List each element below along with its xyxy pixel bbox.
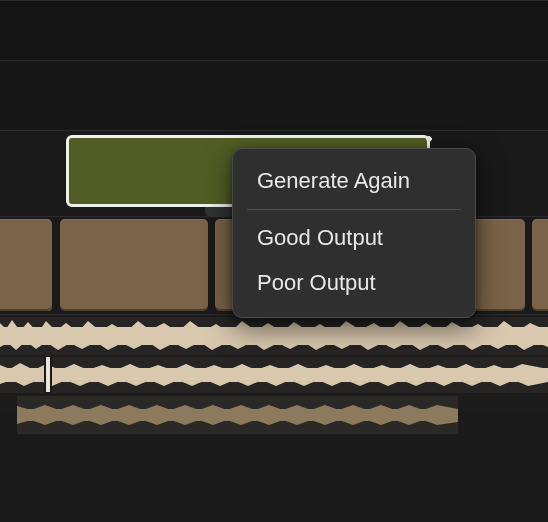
menu-item-good-output[interactable]: Good Output — [233, 216, 475, 260]
audio-clip[interactable] — [60, 219, 208, 311]
waveform-icon — [0, 357, 548, 393]
waveform-lane[interactable] — [0, 357, 548, 393]
context-menu: Generate Again Good Output Poor Output — [232, 148, 476, 318]
track-row[interactable] — [0, 0, 548, 60]
menu-item-poor-output[interactable]: Poor Output — [233, 261, 475, 305]
waveform-icon — [17, 396, 458, 434]
waveform-icon — [0, 317, 548, 355]
waveform-lane[interactable] — [0, 317, 548, 355]
track-row[interactable] — [0, 60, 548, 130]
menu-item-generate-again[interactable]: Generate Again — [233, 159, 475, 203]
audio-clip[interactable] — [532, 219, 548, 311]
audio-timeline[interactable]: Generate Again Good Output Poor Output — [0, 0, 548, 522]
audio-clip[interactable] — [0, 219, 52, 311]
playhead-marker[interactable] — [46, 357, 50, 392]
waveform-lane[interactable] — [17, 396, 458, 434]
menu-separator — [247, 209, 461, 210]
